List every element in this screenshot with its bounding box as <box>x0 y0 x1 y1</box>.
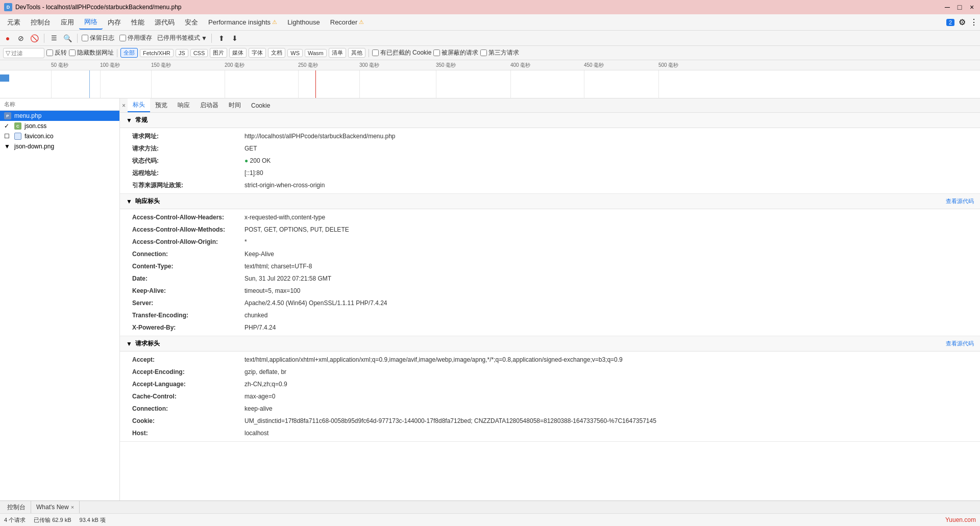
menu-item-sources[interactable]: 源代码 <box>150 16 180 29</box>
file-item-json-down-png[interactable]: ▼ json-down.png <box>0 141 119 152</box>
menu-bar: 元素 控制台 应用 网络 内存 性能 源代码 安全 Performance in… <box>0 14 980 31</box>
section-arrow-response: ▼ <box>126 198 132 205</box>
filter-font[interactable]: 字体 <box>249 48 266 58</box>
invert-label[interactable]: 反转 <box>46 48 67 57</box>
menu-item-elements[interactable]: 元素 <box>2 16 26 29</box>
grid-line-9 <box>584 70 584 98</box>
section-header-response[interactable]: ▼ 响应标头 查看源代码 <box>120 194 980 209</box>
filter-all[interactable]: 全部 <box>120 48 138 58</box>
blocked-requests-checkbox[interactable] <box>433 49 440 56</box>
filter-js[interactable]: JS <box>176 49 188 57</box>
toolbar-separator-1 <box>44 34 44 43</box>
disable-cache-checkbox[interactable] <box>119 35 126 41</box>
file-item-favicon-ico[interactable]: ☐ favicon.ico <box>0 131 119 141</box>
hide-data-urls-label[interactable]: 隐藏数据网址 <box>69 48 114 57</box>
menu-item-network[interactable]: 网络 <box>79 15 103 30</box>
blocked-requests-label[interactable]: 被屏蔽的请求 <box>433 48 478 57</box>
search-button[interactable]: 🔍 <box>62 33 73 44</box>
third-party-checkbox[interactable] <box>480 49 487 56</box>
hide-data-urls-checkbox[interactable] <box>69 49 76 56</box>
keep-log-label[interactable]: 保留日志 <box>82 34 114 42</box>
title-bar-right[interactable]: ─ □ × <box>943 3 976 11</box>
clear-button[interactable]: 🚫 <box>29 33 40 44</box>
export-button[interactable]: ⬇ <box>229 33 240 44</box>
filter-manifest[interactable]: 清单 <box>329 48 346 58</box>
section-title-response: 响应标头 <box>135 197 160 206</box>
tab-headers[interactable]: 标头 <box>128 98 150 112</box>
menu-item-console[interactable]: 控制台 <box>26 16 56 29</box>
invert-checkbox[interactable] <box>46 49 53 56</box>
tab-timing[interactable]: 时间 <box>224 99 246 112</box>
grid-line-8 <box>510 70 511 98</box>
menu-item-performance-insights[interactable]: Performance insights ⚠ <box>203 16 282 28</box>
filter-wasm[interactable]: Wasm <box>305 49 327 57</box>
menu-item-security[interactable]: 安全 <box>180 16 203 29</box>
detail-tab-close[interactable]: × <box>122 102 126 109</box>
settings-icon[interactable]: ⚙ <box>959 17 966 27</box>
third-party-label[interactable]: 第三方请求 <box>480 48 519 57</box>
request-count: 4 个请求 <box>4 516 26 524</box>
request-view-source[interactable]: 查看源代码 <box>946 340 974 347</box>
tab-preview[interactable]: 预览 <box>150 99 173 112</box>
recorder-label: Recorder <box>330 18 357 26</box>
record-button[interactable]: ● <box>2 33 13 44</box>
general-request-method: 请求方法: GET <box>120 142 980 155</box>
filter-media[interactable]: 媒体 <box>229 48 247 58</box>
response-server: Server: Apache/2.4.50 (Win64) OpenSSL/1.… <box>120 297 980 309</box>
offline-mode-dropdown[interactable]: 已停用书签模式 ▼ <box>157 34 207 42</box>
section-response-headers: ▼ 响应标头 查看源代码 Access-Control-Allow-Header… <box>120 194 980 336</box>
section-body-general: 请求网址: http://localhost/allPHPcode/starbu… <box>120 128 980 193</box>
file-checkbox-css: ✓ <box>4 122 11 130</box>
keep-log-checkbox[interactable] <box>82 35 88 41</box>
menu-item-recorder[interactable]: Recorder ⚠ <box>325 16 369 28</box>
section-header-general[interactable]: ▼ 常规 <box>120 113 980 128</box>
tab-response[interactable]: 响应 <box>173 99 195 112</box>
file-icon-ico <box>14 133 21 140</box>
section-arrow-request: ▼ <box>126 340 132 347</box>
restore-button[interactable]: □ <box>955 3 964 11</box>
notification-badge[interactable]: 2 <box>946 19 954 26</box>
minimize-button[interactable]: ─ <box>943 3 951 11</box>
bottom-tab-close-icon[interactable]: × <box>71 504 74 510</box>
filter-img[interactable]: 图片 <box>210 48 227 58</box>
filter-fetch-xhr[interactable]: Fetch/XHR <box>140 49 174 57</box>
timeline-mark-350: 350 毫秒 <box>436 62 456 69</box>
menu-item-performance[interactable]: 性能 <box>126 16 150 29</box>
timeline-ruler: 50 毫秒 100 毫秒 150 毫秒 200 毫秒 250 毫秒 300 毫秒… <box>0 60 980 70</box>
blocked-cookies-checkbox[interactable] <box>372 49 379 56</box>
blocked-cookies-label[interactable]: 有已拦截的 Cookie <box>372 48 432 57</box>
file-name-menu-php: menu.php <box>14 112 41 119</box>
menu-item-lighthouse[interactable]: Lighthouse <box>282 16 325 28</box>
bottom-tab-console-label: 控制台 <box>7 503 26 512</box>
filter-ws[interactable]: WS <box>287 49 303 57</box>
request-accept-encoding: Accept-Encoding: gzip, deflate, br <box>120 366 980 378</box>
filter-other[interactable]: 其他 <box>348 48 365 58</box>
response-view-source[interactable]: 查看源代码 <box>946 197 974 205</box>
stop-button[interactable]: ⊘ <box>15 33 27 44</box>
bottom-tab-console[interactable]: 控制台 <box>2 501 31 514</box>
disable-cache-label[interactable]: 停用缓存 <box>119 34 152 42</box>
request-accept: Accept: text/html,application/xhtml+xml,… <box>120 354 980 366</box>
tab-initiator[interactable]: 启动器 <box>195 99 224 112</box>
timeline-mark-500: 500 毫秒 <box>658 62 678 69</box>
tab-cookie[interactable]: Cookie <box>246 100 275 111</box>
menu-item-application[interactable]: 应用 <box>56 16 79 29</box>
bottom-tab-whats-new[interactable]: What's New × <box>31 501 80 514</box>
section-header-request[interactable]: ▼ 请求标头 查看源代码 <box>120 336 980 352</box>
close-button[interactable]: × <box>968 3 976 11</box>
filter-css[interactable]: CSS <box>190 49 208 57</box>
filter-input[interactable] <box>11 50 42 56</box>
filter-input-wrap[interactable]: ▽ <box>3 48 44 58</box>
filter-doc[interactable]: 文档 <box>268 48 285 58</box>
timeline-mark-400: 400 毫秒 <box>510 62 530 69</box>
file-item-menu-php[interactable]: P menu.php <box>0 111 119 121</box>
import-button[interactable]: ⬆ <box>216 33 227 44</box>
general-status-code: 状态代码: ● 200 OK <box>120 155 980 167</box>
filter-icon[interactable]: ☰ <box>48 33 60 44</box>
timeline: 50 毫秒 100 毫秒 150 毫秒 200 毫秒 250 毫秒 300 毫秒… <box>0 60 980 98</box>
more-icon[interactable]: ⋮ <box>970 17 978 27</box>
general-referrer-policy: 引荐来源网址政策: strict-origin-when-cross-origi… <box>120 179 980 191</box>
menu-item-memory[interactable]: 内存 <box>103 16 126 29</box>
request-cache-control: Cache-Control: max-age=0 <box>120 390 980 403</box>
file-item-json-css[interactable]: ✓ C json.css <box>0 121 119 131</box>
